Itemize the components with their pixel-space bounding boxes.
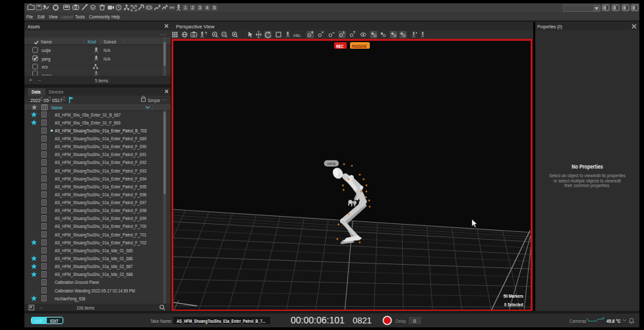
svg-text:2: 2 — [191, 5, 194, 10]
svg-text:1: 1 — [184, 5, 187, 10]
svg-text:4: 4 — [206, 5, 208, 10]
svg-text:KBL: KBL — [293, 34, 301, 38]
svg-text:3: 3 — [198, 5, 201, 10]
svg-text:5: 5 — [213, 5, 216, 10]
svg-text:yang: yang — [327, 161, 336, 165]
